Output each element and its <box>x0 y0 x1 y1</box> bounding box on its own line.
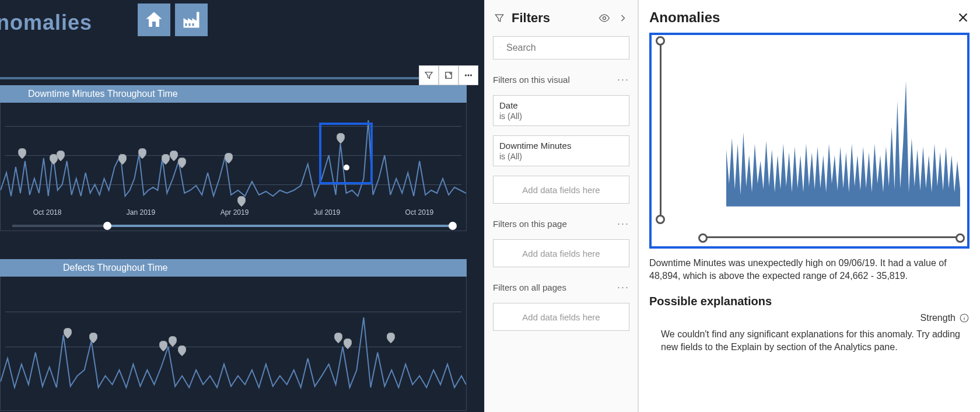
filter-value: is (All) <box>499 152 623 161</box>
filters-header: Filters <box>493 11 629 26</box>
y-handle-bottom[interactable] <box>656 215 665 224</box>
nav-buttons <box>138 4 208 36</box>
filters-visual-section: Filters on this visual ··· <box>493 74 629 86</box>
anomaly-marker-icon[interactable] <box>159 341 167 351</box>
x-tick: Jan 2019 <box>127 208 155 217</box>
anomaly-marker-icon[interactable] <box>18 148 26 159</box>
slider-thumb-right[interactable] <box>449 222 457 230</box>
strength-label: Strength <box>921 313 956 323</box>
home-button[interactable] <box>138 4 170 36</box>
visual-filter-button[interactable] <box>419 65 439 85</box>
section-more-button[interactable]: ··· <box>617 281 629 294</box>
anomaly-marker-icon[interactable] <box>64 328 72 338</box>
dropzone-visual[interactable]: Add data fields here <box>493 176 629 204</box>
divider <box>0 77 467 79</box>
anomaly-highlight-box <box>319 123 373 184</box>
anomalies-header: Anomalies <box>649 9 970 26</box>
anomaly-marker-icon[interactable] <box>89 333 97 343</box>
y-handle-top[interactable] <box>656 36 665 46</box>
dropzone-page[interactable]: Add data fields here <box>493 239 629 267</box>
factory-icon <box>181 9 202 30</box>
dropzone-label: Add data fields here <box>522 312 600 322</box>
section-label: Filters on this visual <box>493 75 570 85</box>
explanation-text: We couldn't find any significant explana… <box>649 328 970 354</box>
anomaly-marker-icon[interactable] <box>178 158 186 168</box>
focus-mode-button[interactable] <box>439 65 459 85</box>
anomaly-marker-icon[interactable] <box>387 333 395 343</box>
chart-title: Downtime Minutes Throughout Time <box>0 85 467 103</box>
filters-page-section: Filters on this page ··· <box>493 218 629 230</box>
dropzone-label: Add data fields here <box>522 249 600 259</box>
more-options-button[interactable] <box>459 65 478 85</box>
report-canvas: nomalies Downtime Minutes Throughout Tim… <box>0 0 484 412</box>
filter-card-date[interactable]: Date is (All) <box>493 95 629 126</box>
dropzone-label: Add data fields here <box>522 185 600 195</box>
close-icon[interactable] <box>957 11 970 24</box>
home-icon <box>144 9 164 30</box>
filter-icon <box>493 12 506 25</box>
y-range-handle[interactable] <box>660 41 662 219</box>
filter-card-downtime[interactable]: Downtime Minutes is (All) <box>493 135 629 166</box>
defects-chart-panel[interactable]: Defects Throughout Time <box>0 259 467 411</box>
x-axis: Oct 2018 Jan 2019 Apr 2019 Jul 2019 Oct … <box>1 208 466 217</box>
strength-row: Strength <box>649 313 970 323</box>
chart-body: Oct 2018 Jan 2019 Apr 2019 Jul 2019 Oct … <box>0 103 467 231</box>
anomaly-marker-icon[interactable] <box>169 336 177 347</box>
range-slider[interactable] <box>12 225 454 227</box>
section-label: Filters on all pages <box>493 282 566 292</box>
dropzone-all[interactable]: Add data fields here <box>493 303 629 331</box>
slider-thumb-left[interactable] <box>103 222 111 230</box>
search-input[interactable] <box>506 43 623 53</box>
section-more-button[interactable]: ··· <box>617 74 629 86</box>
anomaly-marker-icon[interactable] <box>225 153 233 163</box>
x-range-handle[interactable] <box>703 236 960 238</box>
explanations-heading: Possible explanations <box>649 295 970 308</box>
anomaly-marker-icon[interactable] <box>162 154 170 165</box>
x-handle-left[interactable] <box>698 233 708 243</box>
anomaly-marker-icon[interactable] <box>57 151 65 161</box>
search-icon <box>499 43 501 53</box>
svg-point-1 <box>465 75 466 76</box>
visibility-icon[interactable] <box>598 12 611 25</box>
anomaly-marker-icon[interactable] <box>334 333 342 343</box>
anomaly-chart-highlight <box>649 33 970 249</box>
x-tick: Oct 2019 <box>405 208 434 217</box>
filters-pane: Filters Filters on this visual ··· Date … <box>484 0 638 412</box>
anomalies-title: Anomalies <box>649 9 720 26</box>
svg-point-4 <box>603 17 606 20</box>
visual-header-toolbar <box>419 65 478 85</box>
section-label: Filters on this page <box>493 219 567 229</box>
x-tick: Oct 2018 <box>33 208 62 217</box>
svg-point-2 <box>468 75 469 76</box>
anomaly-marker-icon[interactable] <box>178 345 186 356</box>
anomaly-marker-icon[interactable] <box>170 151 178 161</box>
info-icon[interactable] <box>959 313 970 323</box>
filter-field: Downtime Minutes <box>499 141 623 151</box>
section-more-button[interactable]: ··· <box>617 218 629 230</box>
svg-point-5 <box>499 47 500 48</box>
chart-title: Defects Throughout Time <box>0 259 467 277</box>
filter-value: is (All) <box>499 111 623 121</box>
anomaly-marker-icon[interactable] <box>138 148 146 159</box>
filters-title: Filters <box>512 11 592 26</box>
filter-field: Date <box>499 100 623 110</box>
anomaly-summary: Downtime Minutes was unexpectedly high o… <box>649 257 970 283</box>
anomalies-pane: Anomalies Downtime Minutes was unexpecte… <box>638 0 980 412</box>
filters-all-section: Filters on all pages ··· <box>493 281 629 294</box>
factory-button[interactable] <box>175 4 208 36</box>
x-tick: Apr 2019 <box>220 208 249 217</box>
collapse-pane-button[interactable] <box>617 12 629 25</box>
anomaly-marker-icon[interactable] <box>118 154 127 165</box>
x-handle-right[interactable] <box>956 233 965 243</box>
svg-point-3 <box>470 75 471 76</box>
x-tick: Jul 2019 <box>314 208 340 217</box>
anomaly-overview-chart <box>675 47 960 218</box>
slider-fill <box>106 225 454 227</box>
downtime-chart-panel[interactable]: Downtime Minutes Throughout Time Oct <box>0 85 467 231</box>
line-chart <box>1 103 466 208</box>
chart-body <box>0 277 467 411</box>
anomaly-marker-icon[interactable] <box>237 196 246 207</box>
filter-search[interactable] <box>493 36 629 60</box>
anomaly-marker-icon[interactable] <box>344 338 352 349</box>
page-title: nomalies <box>0 11 92 35</box>
